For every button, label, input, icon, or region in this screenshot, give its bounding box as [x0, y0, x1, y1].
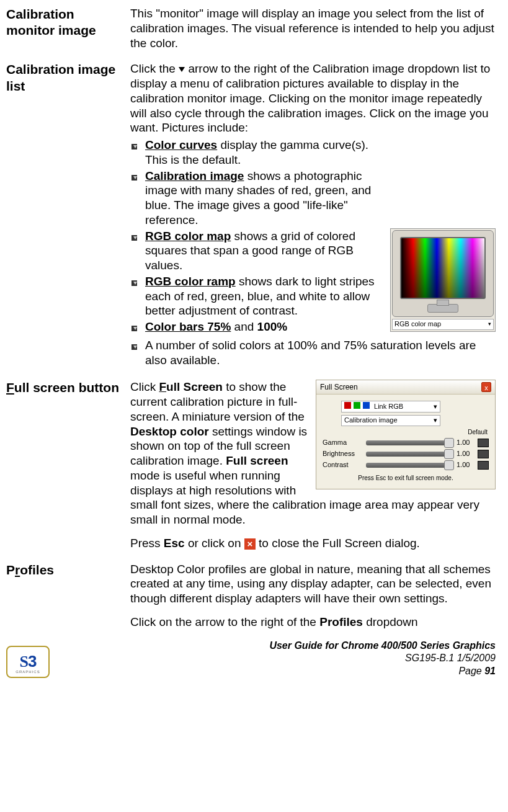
- section-label: Calibration monitor image: [6, 6, 130, 50]
- bullet-icon: [130, 338, 145, 368]
- bullet-icon: [130, 274, 145, 318]
- dropdown-value: RGB color map: [394, 320, 441, 329]
- list-item: Color bars 75% and 100%: [130, 319, 385, 337]
- bullet-icon: [130, 169, 145, 228]
- section-profiles: Profiles Desktop Color profiles are glob…: [6, 562, 496, 630]
- section-calibration-list: Calibration image list Click the arrow t…: [6, 61, 496, 368]
- page-footer: S3 GRAPHICS User Guide for Chrome 400/50…: [6, 640, 496, 678]
- bullet-icon: [130, 138, 145, 167]
- dialog-title: Full Screen: [320, 383, 358, 392]
- section-label: Profiles: [6, 562, 130, 630]
- monitor-frame: [392, 230, 494, 317]
- section-body: This "monitor" image will display an ima…: [130, 6, 496, 50]
- text: Click the: [130, 62, 179, 75]
- calibration-image-dropdown[interactable]: RGB color map ▾: [392, 319, 494, 330]
- list-item: RGB color map shows a grid of colored sq…: [130, 229, 385, 273]
- gamma-row: Gamma 1.00: [323, 439, 489, 447]
- monitor-stand: [427, 304, 458, 313]
- bullet-icon: [130, 229, 145, 273]
- close-button[interactable]: x: [481, 382, 491, 392]
- section-body: Desktop Color profiles are global in nat…: [130, 562, 496, 630]
- bullet-icon: [130, 319, 145, 337]
- list-item: Color curves display the gamma curve(s).…: [130, 138, 385, 167]
- footer-title: User Guide for Chrome 400/500 Series Gra…: [57, 640, 496, 653]
- default-label: Default: [323, 429, 488, 437]
- contrast-slider[interactable]: [366, 463, 452, 468]
- chevron-down-icon: ▾: [434, 416, 437, 425]
- logo-tagline: GRAPHICS: [16, 670, 40, 675]
- section-full-screen: FFull screen buttonull screen button Ful…: [6, 380, 496, 550]
- esc-hint: Press Esc to exit full screen mode.: [323, 475, 489, 483]
- full-screen-dialog-figure: Full Screen x Link RGB ▾ Calibration ima…: [316, 380, 496, 489]
- list-item: Calibration image shows a photographic i…: [130, 169, 385, 228]
- section-body: Full Screen x Link RGB ▾ Calibration ima…: [130, 380, 496, 550]
- default-swatch[interactable]: [478, 439, 489, 447]
- default-swatch[interactable]: [478, 450, 489, 458]
- footer-docinfo: SG195-B.1 1/5/2009: [57, 652, 496, 665]
- dialog-titlebar: Full Screen x: [316, 380, 495, 395]
- dropdown-arrow-icon: [179, 67, 185, 72]
- s3-logo: S3 GRAPHICS: [6, 646, 50, 678]
- section-label: Calibration image list: [6, 61, 130, 368]
- section-calibration-monitor: Calibration monitor image This "monitor"…: [6, 6, 496, 50]
- brightness-row: Brightness 1.00: [323, 450, 489, 458]
- chevron-down-icon: ▾: [488, 321, 491, 328]
- gamma-slider[interactable]: [366, 440, 452, 445]
- section-label: FFull screen buttonull screen button: [6, 380, 130, 550]
- list-item: RGB color ramp shows dark to light strip…: [130, 274, 385, 318]
- monitor-preview-figure: RGB color map ▾: [390, 228, 496, 332]
- contrast-row: Contrast 1.00: [323, 461, 489, 470]
- footer-page: Page 91: [57, 665, 496, 678]
- section-body: Click the arrow to the right of the Cali…: [130, 61, 496, 368]
- default-swatch[interactable]: [478, 461, 489, 470]
- chevron-down-icon: ▾: [434, 403, 437, 411]
- brightness-slider[interactable]: [366, 452, 452, 457]
- monitor-screen: [400, 237, 486, 299]
- text: arrow to the right of the Calibration im…: [130, 62, 490, 134]
- close-icon: ×: [244, 538, 256, 550]
- list-item: A number of solid colors at 100% and 75%…: [130, 338, 496, 368]
- calibration-image-dropdown[interactable]: Calibration image ▾: [341, 415, 440, 426]
- link-rgb-dropdown[interactable]: Link RGB ▾: [341, 401, 440, 413]
